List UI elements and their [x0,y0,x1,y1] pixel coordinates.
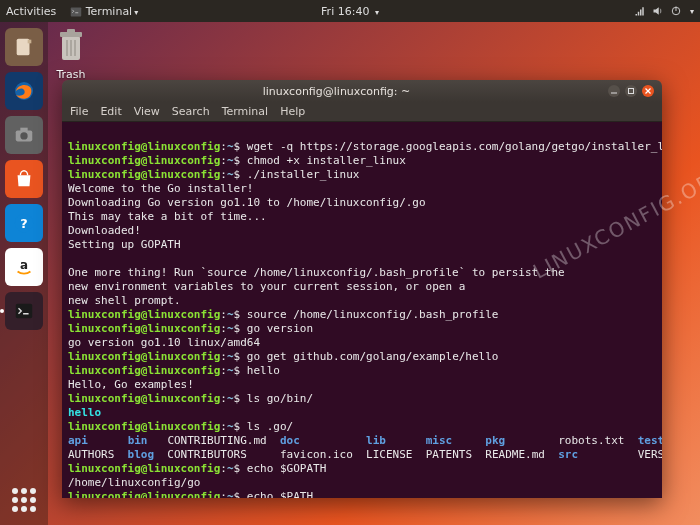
show-applications[interactable] [7,483,41,517]
amazon-icon: a [13,256,35,278]
power-icon [670,5,682,17]
launcher-dock: ? a [0,22,48,525]
camera-icon [13,124,35,146]
volume-icon [652,5,664,17]
activities-button[interactable]: Activities [6,5,56,18]
svg-rect-12 [16,304,33,319]
svg-rect-15 [67,29,75,33]
window-title: linuxconfig@linuxconfig: ~ [70,85,603,98]
window-menubar: File Edit View Search Terminal Help [62,102,662,122]
menu-edit[interactable]: Edit [100,105,121,118]
menu-view[interactable]: View [134,105,160,118]
dock-software[interactable] [5,160,43,198]
terminal-window: linuxconfig@linuxconfig: ~ File Edit Vie… [62,80,662,498]
desktop-trash[interactable]: Trash [54,26,88,81]
svg-rect-20 [629,89,634,94]
svg-rect-8 [20,128,27,132]
window-maximize[interactable] [625,85,637,97]
maximize-icon [627,87,635,95]
menu-terminal[interactable]: Terminal [222,105,269,118]
top-bar: Activities Terminal▾ Fri 16:40 ▾ ▾ [0,0,700,22]
menu-search[interactable]: Search [172,105,210,118]
terminal-app-icon [70,6,82,18]
app-menu[interactable]: Terminal▾ [70,5,138,18]
firefox-icon [12,79,36,103]
window-titlebar[interactable]: linuxconfig@linuxconfig: ~ [62,80,662,102]
svg-rect-3 [17,39,30,56]
dock-amazon[interactable]: a [5,248,43,286]
files-icon [13,36,35,58]
dock-firefox[interactable] [5,72,43,110]
dock-screenshot[interactable] [5,116,43,154]
dock-terminal[interactable] [5,292,43,330]
help-icon: ? [13,212,35,234]
dock-files[interactable] [5,28,43,66]
svg-rect-0 [71,7,82,16]
trash-icon [56,28,86,64]
shopping-bag-icon [13,168,35,190]
menu-help[interactable]: Help [280,105,305,118]
terminal-body[interactable]: linuxconfig@linuxconfig:~$ wget -q https… [62,122,662,498]
svg-text:a: a [20,258,28,272]
menu-file[interactable]: File [70,105,88,118]
close-icon [644,87,652,95]
minimize-icon [610,87,618,95]
dock-help[interactable]: ? [5,204,43,242]
terminal-icon [13,300,35,322]
system-menu[interactable]: ▾ [634,5,694,17]
network-icon [634,5,646,17]
window-close[interactable] [642,85,654,97]
svg-text:?: ? [20,216,27,231]
svg-rect-4 [28,40,32,44]
svg-point-7 [20,132,27,139]
window-minimize[interactable] [608,85,620,97]
